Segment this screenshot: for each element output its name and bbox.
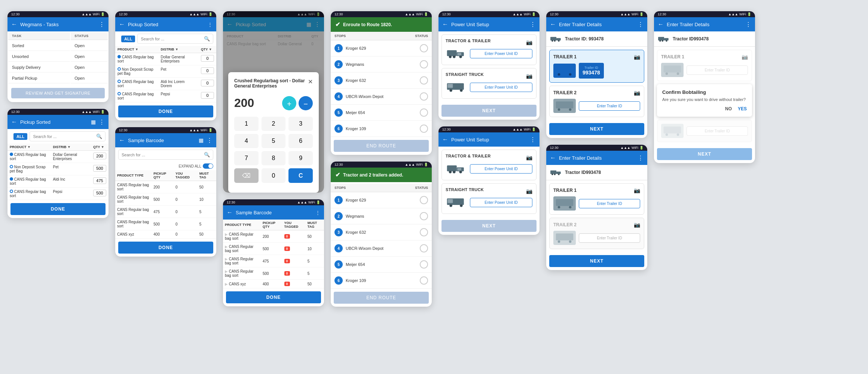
end-route-button[interactable]: END ROUTE (334, 292, 429, 304)
stop-row[interactable]: 3 Kroger 632 (331, 224, 432, 240)
qty-input[interactable] (201, 55, 214, 62)
stop-row[interactable]: 6 Kroger 109 (331, 121, 432, 137)
numpad-5[interactable]: 5 (262, 134, 286, 148)
done-button[interactable]: DONE (10, 203, 106, 215)
table-row[interactable]: Non Deposit Scrap pet Bag Pet (115, 65, 216, 78)
next-button[interactable]: NEXT (549, 255, 644, 267)
back-button[interactable]: ← (119, 21, 125, 28)
stop-row[interactable]: 2 Wegmans (331, 208, 432, 224)
enter-trailer-id-button[interactable]: Enter Trailer ID (579, 199, 640, 208)
stop-row[interactable]: 6 Kroger 109 (331, 273, 432, 289)
back-button[interactable]: ← (658, 21, 664, 28)
qty-input[interactable] (93, 153, 106, 159)
table-row[interactable]: CANS Regular bag sort Aldi Inc Lorem Dor… (115, 78, 216, 90)
table-row[interactable]: Supply Delivery Open (8, 62, 108, 73)
numpad-7[interactable]: 7 (234, 151, 259, 165)
next-button[interactable]: NEXT (549, 123, 644, 135)
more-button[interactable]: ⋮ (99, 21, 105, 28)
enter-power-unit-button[interactable]: Enter Power Unit ID (470, 49, 532, 58)
camera-icon[interactable]: 📷 (526, 188, 532, 194)
stop-row[interactable]: 1 Kroger 629 (331, 40, 432, 56)
numpad-0[interactable]: 0 (262, 168, 286, 183)
more-button[interactable]: ⋮ (208, 22, 213, 27)
back-button[interactable]: ← (11, 119, 17, 125)
table-row[interactable]: Non Deposit Scrap pet Bag Pet (7, 163, 109, 175)
numpad-delete[interactable]: ⌫ (234, 168, 259, 183)
review-signature-button[interactable]: REVIEW AND GET SIGNATURE (11, 88, 105, 98)
enter-power-unit-button[interactable]: Enter Power Unit ID (470, 164, 532, 174)
numpad-1[interactable]: 1 (234, 117, 259, 131)
camera-icon[interactable]: 📷 (526, 154, 532, 160)
table-row[interactable]: Unsorted Open (8, 52, 108, 62)
back-button[interactable]: ← (119, 137, 125, 144)
back-button[interactable]: ← (442, 136, 448, 143)
close-icon[interactable]: ✕ (308, 78, 313, 85)
all-badge[interactable]: ALL (121, 36, 135, 42)
search-input[interactable] (141, 37, 202, 41)
search-bar[interactable]: 🔍 (118, 150, 213, 160)
back-button[interactable]: ← (227, 209, 233, 216)
qty-input[interactable] (93, 177, 106, 184)
done-button[interactable]: DONE (118, 242, 213, 254)
table-row[interactable]: CANS Regular bag sort Dollar General Ent… (115, 53, 216, 65)
qty-input[interactable] (93, 190, 106, 196)
done-button[interactable]: DONE (226, 291, 321, 303)
qty-input[interactable] (201, 80, 214, 86)
more-button[interactable]: ⋮ (207, 137, 213, 144)
enter-trailer-id-button[interactable]: Enter Trailer ID (579, 101, 640, 111)
stop-row[interactable]: 5 Meijer 654 (331, 105, 432, 121)
more-button[interactable]: ⋮ (745, 21, 751, 28)
more-button[interactable]: ⋮ (638, 154, 644, 162)
all-badge[interactable]: ALL (13, 133, 27, 140)
numpad-clear[interactable]: C (288, 168, 313, 183)
numpad-6[interactable]: 6 (288, 134, 313, 148)
numpad-4[interactable]: 4 (234, 134, 259, 148)
enter-power-unit-button[interactable]: Enter Power Unit ID (470, 198, 532, 207)
stop-row[interactable]: 5 Meijer 654 (331, 257, 432, 273)
next-button[interactable]: NEXT (441, 220, 537, 232)
stop-row[interactable]: 2 Wegmans (331, 56, 432, 73)
end-route-button[interactable]: END ROUTE (334, 140, 429, 152)
camera-icon[interactable]: 📷 (526, 73, 532, 79)
stop-row[interactable]: 1 Kroger 629 (331, 192, 432, 208)
stop-row[interactable]: 4 UBCR-Wixom Depot (331, 89, 432, 105)
qty-input[interactable] (201, 92, 214, 99)
more-button[interactable]: ⋮ (315, 210, 320, 215)
next-button[interactable]: NEXT (657, 148, 752, 160)
minus-button[interactable]: − (299, 96, 313, 110)
table-row[interactable]: CANS Regular bag sort Pepsi (115, 90, 216, 102)
toggle-switch[interactable] (203, 163, 213, 169)
expand-all-toggle[interactable]: EXPAND ALL (115, 162, 216, 170)
search-bar[interactable]: 🔍 (30, 131, 106, 141)
yes-button[interactable]: YES (738, 106, 747, 111)
more-button[interactable]: ⋮ (530, 21, 536, 28)
table-row[interactable]: CANS Regular bag sort Dollar General Ent… (7, 151, 109, 163)
stop-row[interactable]: 4 UBCR-Wixom Depot (331, 240, 432, 257)
camera-icon[interactable]: 📷 (634, 54, 640, 60)
numpad-8[interactable]: 8 (262, 151, 286, 165)
table-row[interactable]: Sorted Open (8, 41, 108, 51)
search-input[interactable] (122, 153, 202, 157)
back-button[interactable]: ← (442, 21, 448, 28)
qty-input[interactable] (93, 165, 106, 172)
back-button[interactable]: ← (11, 21, 17, 28)
no-button[interactable]: NO (725, 106, 732, 111)
back-button[interactable]: ← (550, 154, 556, 161)
search-bar[interactable]: 🔍 (137, 34, 213, 44)
numpad-3[interactable]: 3 (288, 117, 313, 131)
search-input[interactable] (33, 134, 94, 139)
table-row[interactable]: CANS Regular bag sort Pepsi (7, 188, 109, 200)
table-row[interactable]: CANS Regular bag sort Aldi Inc (7, 175, 109, 188)
next-button[interactable]: NEXT (441, 105, 537, 117)
more-button[interactable]: ⋮ (99, 119, 105, 126)
plus-button[interactable]: + (282, 96, 296, 110)
qty-input[interactable] (201, 67, 214, 74)
more-button[interactable]: ⋮ (638, 21, 644, 28)
back-button[interactable]: ← (550, 21, 556, 28)
numpad-9[interactable]: 9 (288, 151, 313, 165)
stop-row[interactable]: 3 Kroger 632 (331, 73, 432, 89)
numpad-2[interactable]: 2 (262, 117, 286, 131)
more-button[interactable]: ⋮ (530, 136, 536, 143)
table-row[interactable]: Partial Pickup Open (8, 73, 108, 83)
camera-icon[interactable]: 📷 (634, 187, 640, 193)
